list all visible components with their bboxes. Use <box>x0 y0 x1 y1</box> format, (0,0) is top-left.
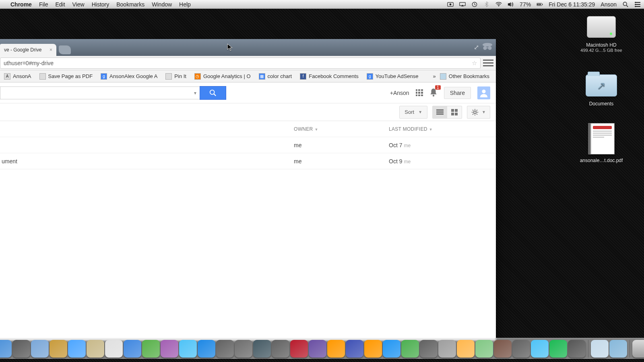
svg-rect-30 <box>451 109 454 112</box>
trash-icon[interactable] <box>632 340 644 358</box>
dock-app-icon[interactable] <box>494 340 512 358</box>
dock-app-icon[interactable] <box>591 340 609 358</box>
dock-app-icon[interactable] <box>235 340 252 358</box>
chrome-omnibar-row: uthuser=0#my-drive ☆ <box>0 56 496 70</box>
desktop-hd[interactable]: Macintosh HD 499.42 G…5 GB free <box>577 14 625 53</box>
menu-history[interactable]: History <box>92 1 109 8</box>
dock-app-icon[interactable] <box>124 340 141 358</box>
screencapture-icon[interactable] <box>447 2 454 7</box>
svg-point-16 <box>635 2 636 3</box>
close-tab-icon[interactable]: × <box>50 47 52 53</box>
menu-window[interactable]: Window <box>152 1 172 8</box>
sort-button[interactable]: Sort ▼ <box>399 106 427 119</box>
dock-app-icon[interactable] <box>475 340 493 358</box>
wifi-icon[interactable] <box>495 2 502 7</box>
dock-app-icon[interactable] <box>198 340 215 358</box>
dock-app-icon[interactable] <box>364 340 382 358</box>
chrome-menu-icon[interactable] <box>483 58 493 68</box>
dock-app-icon[interactable] <box>253 340 271 358</box>
fullscreen-icon[interactable]: ⤢ <box>474 43 479 51</box>
desktop-pdf-file[interactable]: ansonale…t.doc.pdf <box>577 122 625 163</box>
dock-app-icon[interactable] <box>87 340 104 358</box>
table-row[interactable]: ument me Oct 9me <box>0 153 496 169</box>
new-tab-button[interactable] <box>59 45 71 54</box>
menubar-datetime[interactable]: Fri Dec 6 11:35:29 <box>549 1 595 8</box>
dock-app-icon[interactable] <box>383 340 400 358</box>
user-avatar-icon[interactable] <box>477 86 490 99</box>
svg-point-23 <box>210 90 215 94</box>
dock-app-icon[interactable] <box>457 340 475 358</box>
volume-icon[interactable] <box>508 2 514 7</box>
search-options-caret-icon[interactable]: ▼ <box>193 90 197 95</box>
dock-app-icon[interactable] <box>346 340 363 358</box>
bookmark-item[interactable]: AAnsonA <box>0 70 35 82</box>
menubar-user[interactable]: Anson <box>601 1 617 8</box>
bookmark-overflow[interactable]: » <box>433 73 436 79</box>
file-owner: me <box>294 158 389 165</box>
bookmark-item[interactable]: Pin It <box>161 70 190 82</box>
bluetooth-icon[interactable] <box>483 2 490 7</box>
dock-app-icon[interactable] <box>512 340 530 358</box>
dock-app-icon[interactable] <box>420 340 438 358</box>
dock-app-icon[interactable] <box>309 340 326 358</box>
dock-app-icon[interactable] <box>0 340 12 358</box>
other-bookmarks[interactable]: Other Bookmarks <box>436 70 493 82</box>
dock-app-icon[interactable] <box>50 340 67 358</box>
settings-button[interactable]: ▼ <box>467 106 490 119</box>
dock-app-icon[interactable] <box>290 340 308 358</box>
menu-help[interactable]: Help <box>179 1 191 8</box>
dock-app-icon[interactable] <box>68 340 86 358</box>
dock-app-icon[interactable] <box>401 340 419 358</box>
grid-view-button[interactable] <box>447 106 462 118</box>
dock-app-icon[interactable] <box>216 340 234 358</box>
dock-app-icon[interactable] <box>609 340 627 358</box>
menu-file[interactable]: File <box>39 1 48 8</box>
drive-search-button[interactable] <box>200 86 226 100</box>
svg-line-40 <box>477 113 477 114</box>
dock-app-icon[interactable] <box>179 340 197 358</box>
google-apps-icon[interactable] <box>416 89 423 97</box>
airplay-icon[interactable] <box>459 2 466 7</box>
share-button[interactable]: Share <box>444 87 471 99</box>
menu-bookmarks[interactable]: Bookmarks <box>116 1 144 8</box>
drive-search-input[interactable]: ▼ <box>0 86 200 99</box>
battery-icon[interactable] <box>537 2 543 7</box>
bookmark-item[interactable]: gYouTube AdSense <box>363 70 423 82</box>
dock-app-icon[interactable] <box>12 340 30 358</box>
menu-edit[interactable]: Edit <box>55 1 65 8</box>
bookmark-item[interactable]: fFacebook Comments <box>296 70 363 82</box>
dock-app-icon[interactable] <box>161 340 178 358</box>
google-plus-link[interactable]: +Anson <box>390 90 409 96</box>
bookmark-item[interactable]: ◷Google Analytics | O <box>190 70 255 82</box>
menubar-app-name[interactable]: Chrome <box>10 1 32 8</box>
dock-app-icon[interactable] <box>438 340 456 358</box>
dock-app-icon[interactable] <box>568 340 586 358</box>
svg-point-11 <box>623 2 627 6</box>
dock-app-icon[interactable] <box>531 340 549 358</box>
chrome-titlebar[interactable]: ve - Google Drive × ⤢ <box>0 39 496 56</box>
list-view-button[interactable] <box>433 106 447 118</box>
bookmark-item[interactable]: gAnsonAlex Google A <box>97 70 161 82</box>
table-row[interactable]: me Oct 7me <box>0 137 496 153</box>
dock-app-icon[interactable] <box>142 340 160 358</box>
col-modified-header[interactable]: LAST MODIFIED▼ <box>389 126 490 132</box>
timemachine-icon[interactable] <box>471 2 478 7</box>
notification-center-icon[interactable] <box>634 2 641 7</box>
spotlight-icon[interactable] <box>622 2 629 7</box>
col-owner-header[interactable]: OWNER▼ <box>294 126 389 132</box>
notifications-bell-icon[interactable]: 1 <box>429 88 438 98</box>
bookmark-item[interactable]: ▦color chart <box>255 70 296 82</box>
menu-view[interactable]: View <box>72 1 85 8</box>
dock-app-icon[interactable] <box>327 340 345 358</box>
table-header-row: OWNER▼ LAST MODIFIED▼ <box>0 121 496 137</box>
dock-app-icon[interactable] <box>272 340 289 358</box>
dock-app-icon[interactable] <box>105 340 123 358</box>
bookmark-item[interactable]: Save Page as PDF <box>35 70 97 82</box>
url-field[interactable]: uthuser=0#my-drive ☆ <box>0 58 481 69</box>
browser-tab[interactable]: ve - Google Drive × <box>0 44 56 56</box>
dock-app-icon[interactable] <box>31 340 49 358</box>
drive-toolbar: Sort ▼ ▼ <box>0 103 496 121</box>
bookmark-star-icon[interactable]: ☆ <box>472 60 477 67</box>
desktop-documents-folder[interactable]: Documents <box>577 72 625 107</box>
dock-app-icon[interactable] <box>549 340 567 358</box>
